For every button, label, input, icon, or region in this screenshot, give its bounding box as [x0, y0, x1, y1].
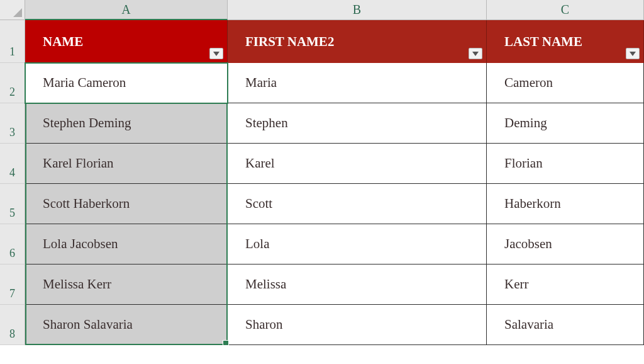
table-row: 6Lola JacobsenLolaJacobsen — [0, 224, 644, 264]
cell-lastname[interactable]: Deming — [487, 103, 644, 144]
table-header-lastname[interactable]: LAST NAME — [487, 20, 644, 63]
filter-button[interactable] — [209, 48, 223, 59]
table-row: 7Melissa KerrMelissaKerr — [0, 264, 644, 305]
row-header[interactable]: 1 — [0, 20, 25, 63]
cell-name[interactable]: Melissa Kerr — [25, 264, 228, 305]
cell-lastname[interactable]: Cameron — [487, 63, 644, 103]
row-header[interactable]: 5 — [0, 184, 25, 224]
column-letter: B — [353, 3, 361, 17]
row-header[interactable]: 7 — [0, 264, 25, 305]
cell-lastname[interactable]: Florian — [487, 144, 644, 184]
table-row: 8Sharon SalavariaSharonSalavaria — [0, 305, 644, 345]
row-header[interactable]: 8 — [0, 305, 25, 345]
row-number: 1 — [9, 45, 15, 59]
column-header-B[interactable]: B — [228, 0, 487, 20]
column-headers: A B C — [25, 0, 644, 20]
table-row: 5Scott HaberkornScottHaberkorn — [0, 184, 644, 224]
cell-name[interactable]: Stephen Deming — [25, 103, 228, 144]
cell-name[interactable]: Lola Jacobsen — [25, 224, 228, 264]
filter-button[interactable] — [469, 48, 482, 59]
header-label: LAST NAME — [504, 34, 582, 50]
cell-name[interactable]: Maria Cameron — [25, 63, 228, 103]
row-header[interactable]: 6 — [0, 224, 25, 264]
filter-button[interactable] — [626, 48, 640, 59]
chevron-down-icon — [472, 52, 479, 56]
cell-firstname[interactable]: Stephen — [228, 103, 487, 144]
row-header[interactable]: 3 — [0, 103, 25, 144]
column-header-C[interactable]: C — [487, 0, 644, 20]
table-header-firstname[interactable]: FIRST NAME2 — [228, 20, 487, 63]
cell-firstname[interactable]: Sharon — [228, 305, 487, 345]
cell-lastname[interactable]: Salavaria — [487, 305, 644, 345]
svg-marker-2 — [630, 52, 636, 56]
cell-lastname[interactable]: Haberkorn — [487, 184, 644, 224]
row-header[interactable]: 2 — [0, 63, 25, 103]
chevron-down-icon — [213, 52, 219, 56]
header-label: NAME — [43, 34, 83, 50]
column-headers-row: A B C — [0, 0, 644, 20]
table-header-row: 1 NAME FIRST NAME2 LAST NAME — [0, 20, 644, 63]
cell-name[interactable]: Sharon Salavaria — [25, 305, 228, 345]
header-label: FIRST NAME2 — [245, 34, 334, 50]
row-header[interactable]: 4 — [0, 144, 25, 184]
svg-marker-0 — [213, 52, 219, 56]
table-row: 3Stephen DemingStephenDeming — [0, 103, 644, 144]
chevron-down-icon — [630, 52, 636, 56]
cell-name[interactable]: Karel Florian — [25, 144, 228, 184]
table-row: 2Maria CameronMariaCameron — [0, 63, 644, 103]
column-letter: C — [561, 3, 569, 17]
column-header-A[interactable]: A — [25, 0, 228, 20]
select-all-corner[interactable] — [0, 0, 25, 20]
table-row: 4Karel FlorianKarelFlorian — [0, 144, 644, 184]
cell-name[interactable]: Scott Haberkorn — [25, 184, 228, 224]
cell-lastname[interactable]: Kerr — [487, 264, 644, 305]
cell-firstname[interactable]: Melissa — [228, 264, 487, 305]
cell-lastname[interactable]: Jacobsen — [487, 224, 644, 264]
cell-firstname[interactable]: Lola — [228, 224, 487, 264]
spreadsheet-grid: A B C 1 NAME FIRST NAME2 LAST NAME 2Mari… — [0, 0, 644, 345]
cell-firstname[interactable]: Maria — [228, 63, 487, 103]
cell-firstname[interactable]: Scott — [228, 184, 487, 224]
table-header-name[interactable]: NAME — [25, 20, 228, 63]
svg-marker-1 — [472, 52, 479, 56]
column-letter: A — [121, 3, 130, 17]
cell-firstname[interactable]: Karel — [228, 144, 487, 184]
